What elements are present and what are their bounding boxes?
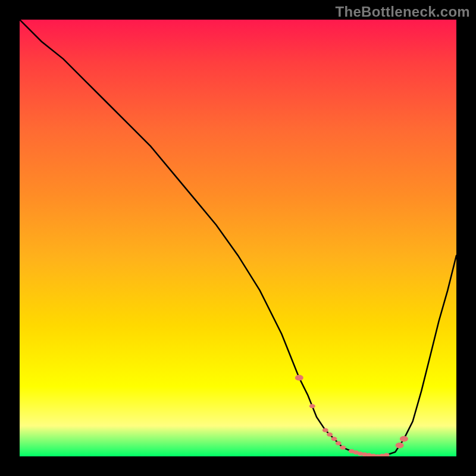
valley-marker bbox=[400, 436, 408, 442]
watermark-text: TheBottleneck.com bbox=[336, 4, 470, 20]
chart-svg bbox=[20, 20, 456, 456]
valley-marker bbox=[384, 453, 390, 456]
chart-plot-area bbox=[20, 20, 456, 456]
valley-marker bbox=[309, 404, 315, 408]
valley-marker bbox=[322, 428, 328, 433]
valley-marker bbox=[396, 443, 404, 449]
valley-marker bbox=[327, 433, 333, 437]
valley-marker bbox=[340, 446, 346, 450]
chart-frame: TheBottleneck.com bbox=[0, 0, 476, 476]
bottleneck-curve bbox=[20, 20, 456, 456]
valley-markers bbox=[295, 375, 408, 456]
valley-marker bbox=[295, 375, 303, 381]
valley-marker bbox=[331, 437, 337, 441]
valley-marker bbox=[336, 441, 342, 446]
